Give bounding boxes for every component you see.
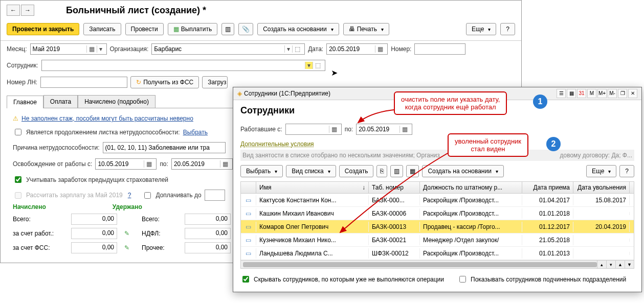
- help-button[interactable]: ?: [619, 165, 634, 177]
- save-button[interactable]: Записать: [83, 23, 121, 35]
- pencil-icon[interactable]: ✎: [124, 244, 140, 251]
- tb-icon[interactable]: 31: [577, 89, 586, 98]
- cell-name: Кузнечиков Михаил Нико...: [256, 235, 369, 245]
- pick-link[interactable]: Выбрать: [183, 129, 208, 136]
- cell-name: Кашкин Михаил Иванович: [256, 208, 369, 219]
- table-row[interactable]: ▭Кузнечиков Михаил Нико...БАЗК-00021Мене…: [241, 233, 634, 247]
- get-fss-button[interactable]: ↻Получить из ФСС: [130, 76, 199, 88]
- hide-employees-checkbox[interactable]: [242, 276, 249, 283]
- post-and-close-button[interactable]: Провести и закрыть: [7, 23, 79, 35]
- month-input[interactable]: Май 2019▦▾: [30, 43, 107, 55]
- employees-popup: ◈ Сотрудники (1С:Предприятие) ☰ ▦ 31 M M…: [233, 87, 642, 292]
- cell-hire: 01.04.2017: [522, 195, 573, 205]
- create-basis-button[interactable]: Создать на основании: [257, 23, 339, 35]
- help-button[interactable]: ?: [500, 23, 515, 35]
- col-name[interactable]: Имя ↓: [256, 182, 369, 193]
- forward-button[interactable]: →: [21, 5, 34, 16]
- horizontal-scrollbar[interactable]: ▴▾▲▼: [241, 260, 634, 268]
- action-button[interactable]: ▦: [406, 165, 419, 177]
- warn-link[interactable]: Не заполнен стаж, пособия могут быть рас…: [21, 115, 193, 122]
- cell-position: Раскройщик /Производст...: [420, 208, 522, 219]
- callout-1: очистить поле или указать дату, когда со…: [394, 91, 507, 115]
- attach-button[interactable]: 📎: [238, 23, 253, 35]
- cell-hire: 01.01.2013: [522, 248, 573, 259]
- ln-number-label: Номер ЛН:: [7, 79, 37, 86]
- mouse-cursor: ➤: [331, 68, 338, 78]
- off-from-input[interactable]: 10.05.2019▦: [95, 158, 157, 170]
- callout-2: уволенный сотрудник стал виден: [448, 133, 528, 157]
- cell-name: Ландышева Людмила С...: [256, 248, 369, 259]
- worked-from-input[interactable]: ▦: [285, 124, 342, 135]
- cell-hire: 21.05.2018: [522, 235, 573, 245]
- col-position[interactable]: Должность по штатному р...: [420, 182, 522, 193]
- close-button[interactable]: ✕: [628, 89, 637, 98]
- m-button[interactable]: M: [587, 89, 596, 98]
- restore-button[interactable]: ❐: [618, 89, 627, 98]
- show-subordinate-checkbox[interactable]: [459, 276, 466, 283]
- addpay-input[interactable]: [205, 190, 225, 201]
- cell-tab: БАЗК-00006: [369, 208, 420, 219]
- additional-conditions-link[interactable]: Дополнительные условия: [240, 140, 634, 148]
- help-icon[interactable]: ?: [128, 192, 131, 199]
- table-row[interactable]: ▭Ландышева Людмила С...ШФЗК-00012Раскрой…: [241, 247, 634, 260]
- action-button[interactable]: ▥: [390, 165, 403, 177]
- create-button[interactable]: Создать: [339, 165, 374, 177]
- continuation-checkbox[interactable]: [15, 129, 21, 135]
- create-basis-button[interactable]: Создать на основании: [422, 165, 504, 177]
- tab-payment[interactable]: Оплата: [43, 95, 78, 108]
- pay-button[interactable]: ▦Выплатить: [168, 23, 218, 35]
- accrued-header: Начислено: [13, 203, 46, 210]
- tb-icon[interactable]: ▦: [567, 89, 576, 98]
- col-fire[interactable]: Дата увольнения: [573, 182, 630, 193]
- callout-num-2: 2: [546, 137, 561, 151]
- tab-accrued[interactable]: Начислено (подробно): [78, 95, 156, 108]
- mminus-button[interactable]: M-: [608, 89, 617, 98]
- more-button[interactable]: Еще: [586, 165, 616, 177]
- callout-num-1: 1: [533, 95, 547, 109]
- table-row[interactable]: ▭Комаров Олег ПетровичБАЗК-00013Продавец…: [241, 220, 634, 233]
- col-tab[interactable]: Таб. номер: [369, 182, 420, 193]
- tb-icon[interactable]: ☰: [557, 89, 566, 98]
- number-label: Номер:: [391, 45, 411, 53]
- cell-position: Раскройщик /Производст...: [420, 248, 522, 259]
- calendar-icon: ▦: [86, 45, 97, 53]
- cell-name: Кактусов Константин Кон...: [256, 195, 369, 205]
- org-input[interactable]: Барбарис▾⬚: [151, 43, 305, 55]
- cell-name: Комаров Олег Петрович: [256, 222, 369, 232]
- row-icon: ▭: [241, 248, 256, 259]
- back-button[interactable]: ←: [7, 5, 20, 16]
- viewlist-button[interactable]: Вид списка: [286, 165, 336, 177]
- more-button[interactable]: Еще: [466, 23, 496, 35]
- employee-input[interactable]: ▾⬚: [41, 60, 325, 71]
- col-hire[interactable]: Дата приема: [522, 182, 573, 193]
- cell-hire: 01.01.2018: [522, 208, 573, 219]
- prev-insurers-checkbox[interactable]: [15, 176, 21, 183]
- off-to-input[interactable]: 20.05.2019▦: [171, 158, 233, 170]
- filter-description: Вид занятости в списке отобрано по неско…: [240, 150, 634, 161]
- cell-fire: [573, 239, 630, 242]
- reason-input[interactable]: (01, 02, 10, 11) Заболевание или тра: [103, 142, 226, 153]
- action1-button[interactable]: ▥: [221, 23, 234, 35]
- cell-hire: 01.12.2017: [522, 222, 573, 232]
- table-row[interactable]: ▭Кактусов Константин Кон...БАЗК-000...Ра…: [241, 194, 634, 207]
- row-icon: ▭: [241, 208, 256, 219]
- post-button[interactable]: Провести: [125, 23, 164, 35]
- worked-to-input[interactable]: 20.05.2019▦: [356, 124, 412, 135]
- calc-may-checkbox: [15, 192, 21, 199]
- mplus-button[interactable]: M+: [597, 89, 607, 98]
- row-icon: ▭: [241, 195, 256, 205]
- table-row[interactable]: ▭Кашкин Михаил ИвановичБАЗК-00006Раскрой…: [241, 207, 634, 220]
- cell-fire: 15.08.2017: [573, 195, 630, 205]
- select-button[interactable]: Выбрать: [240, 165, 283, 177]
- tab-main[interactable]: Главное: [7, 96, 43, 108]
- print-button[interactable]: 🖶 Печать: [343, 23, 389, 35]
- date-input[interactable]: 20.05.2019▦: [326, 43, 388, 55]
- ln-number-input[interactable]: [40, 77, 127, 88]
- org-label: Организация:: [110, 45, 149, 53]
- pencil-icon[interactable]: ✎: [124, 230, 140, 237]
- addpay-checkbox[interactable]: [144, 192, 151, 199]
- load-file-button[interactable]: Загруз: [202, 76, 228, 88]
- number-input[interactable]: [414, 43, 465, 55]
- copy-button[interactable]: ⎘: [376, 165, 387, 177]
- cell-position: Менеджер /Отдел закупок/: [420, 235, 522, 245]
